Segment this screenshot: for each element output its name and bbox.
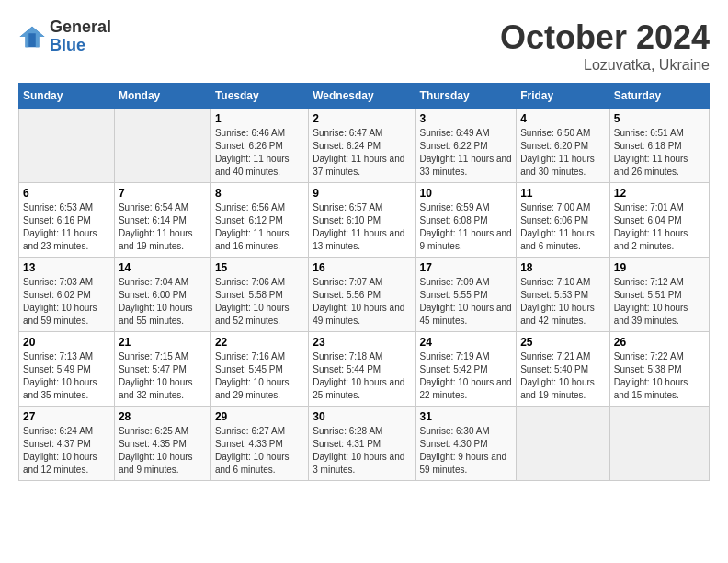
- day-info: Sunrise: 7:13 AMSunset: 5:49 PMDaylight:…: [23, 350, 110, 402]
- day-number: 5: [614, 112, 705, 125]
- logo-blue-text: Blue: [50, 37, 111, 55]
- calendar-week-5: 27Sunrise: 6:24 AMSunset: 4:37 PMDayligh…: [19, 407, 710, 481]
- calendar-cell: 19Sunrise: 7:12 AMSunset: 5:51 PMDayligh…: [609, 258, 709, 332]
- day-info: Sunrise: 6:46 AMSunset: 6:26 PMDaylight:…: [215, 127, 304, 178]
- day-info: Sunrise: 7:18 AMSunset: 5:44 PMDaylight:…: [313, 350, 411, 402]
- day-number: 18: [520, 261, 606, 274]
- calendar-cell: 31Sunrise: 6:30 AMSunset: 4:30 PMDayligh…: [415, 407, 517, 481]
- day-number: 22: [215, 336, 304, 349]
- day-number: 30: [313, 410, 411, 423]
- day-info: Sunrise: 7:10 AMSunset: 5:53 PMDaylight:…: [520, 276, 606, 327]
- day-info: Sunrise: 7:12 AMSunset: 5:51 PMDaylight:…: [614, 276, 705, 327]
- month-title: October 2024: [500, 18, 710, 57]
- calendar-cell: [517, 407, 610, 481]
- col-thursday: Thursday: [415, 84, 517, 109]
- day-info: Sunrise: 6:51 AMSunset: 6:18 PMDaylight:…: [614, 127, 705, 178]
- calendar-cell: [114, 109, 210, 183]
- calendar-body: 1Sunrise: 6:46 AMSunset: 6:26 PMDaylight…: [19, 109, 710, 481]
- day-info: Sunrise: 7:06 AMSunset: 5:58 PMDaylight:…: [215, 276, 304, 327]
- day-info: Sunrise: 6:53 AMSunset: 6:16 PMDaylight:…: [23, 201, 110, 253]
- calendar-cell: 3Sunrise: 6:49 AMSunset: 6:22 PMDaylight…: [415, 109, 517, 183]
- day-number: 2: [313, 112, 411, 125]
- calendar-cell: 8Sunrise: 6:56 AMSunset: 6:12 PMDaylight…: [210, 183, 308, 258]
- day-info: Sunrise: 6:27 AMSunset: 4:33 PMDaylight:…: [215, 425, 304, 477]
- day-number: 11: [520, 187, 606, 200]
- col-monday: Monday: [114, 84, 210, 109]
- day-number: 17: [420, 261, 513, 274]
- day-number: 19: [614, 261, 705, 274]
- day-number: 25: [520, 336, 606, 349]
- logo-general-text: General: [50, 18, 111, 37]
- calendar-cell: 10Sunrise: 6:59 AMSunset: 6:08 PMDayligh…: [415, 183, 517, 258]
- day-number: 8: [215, 187, 304, 200]
- day-info: Sunrise: 6:49 AMSunset: 6:22 PMDaylight:…: [420, 127, 513, 178]
- day-info: Sunrise: 6:24 AMSunset: 4:37 PMDaylight:…: [23, 425, 110, 477]
- calendar-week-1: 1Sunrise: 6:46 AMSunset: 6:26 PMDaylight…: [19, 109, 710, 183]
- calendar-cell: 12Sunrise: 7:01 AMSunset: 6:04 PMDayligh…: [609, 183, 709, 258]
- header-row: Sunday Monday Tuesday Wednesday Thursday…: [19, 84, 710, 109]
- day-info: Sunrise: 7:19 AMSunset: 5:42 PMDaylight:…: [420, 350, 513, 402]
- col-wednesday: Wednesday: [309, 84, 415, 109]
- day-info: Sunrise: 7:16 AMSunset: 5:45 PMDaylight:…: [215, 350, 304, 402]
- calendar-cell: [609, 407, 709, 481]
- day-number: 28: [119, 410, 207, 423]
- calendar-cell: 18Sunrise: 7:10 AMSunset: 5:53 PMDayligh…: [517, 258, 610, 332]
- logo: General Blue: [18, 18, 111, 55]
- day-info: Sunrise: 6:50 AMSunset: 6:20 PMDaylight:…: [520, 127, 606, 178]
- day-number: 12: [614, 187, 705, 200]
- calendar-cell: 27Sunrise: 6:24 AMSunset: 4:37 PMDayligh…: [19, 407, 115, 481]
- day-info: Sunrise: 7:09 AMSunset: 5:55 PMDaylight:…: [420, 276, 513, 327]
- calendar-cell: 25Sunrise: 7:21 AMSunset: 5:40 PMDayligh…: [517, 332, 610, 407]
- calendar-cell: 16Sunrise: 7:07 AMSunset: 5:56 PMDayligh…: [309, 258, 415, 332]
- location-text: Lozuvatka, Ukraine: [500, 57, 710, 74]
- calendar-cell: 15Sunrise: 7:06 AMSunset: 5:58 PMDayligh…: [210, 258, 308, 332]
- col-friday: Friday: [517, 84, 610, 109]
- day-number: 21: [119, 336, 207, 349]
- day-info: Sunrise: 7:03 AMSunset: 6:02 PMDaylight:…: [23, 276, 110, 327]
- day-info: Sunrise: 6:54 AMSunset: 6:14 PMDaylight:…: [119, 201, 207, 253]
- day-info: Sunrise: 7:00 AMSunset: 6:06 PMDaylight:…: [520, 201, 606, 253]
- page-header: General Blue October 2024 Lozuvatka, Ukr…: [18, 18, 710, 74]
- logo-text: General Blue: [50, 18, 111, 55]
- day-info: Sunrise: 7:07 AMSunset: 5:56 PMDaylight:…: [313, 276, 411, 327]
- calendar-week-3: 13Sunrise: 7:03 AMSunset: 6:02 PMDayligh…: [19, 258, 710, 332]
- day-number: 23: [313, 336, 411, 349]
- col-sunday: Sunday: [19, 84, 115, 109]
- calendar-week-4: 20Sunrise: 7:13 AMSunset: 5:49 PMDayligh…: [19, 332, 710, 407]
- calendar-cell: 28Sunrise: 6:25 AMSunset: 4:35 PMDayligh…: [114, 407, 210, 481]
- day-number: 26: [614, 336, 705, 349]
- calendar-cell: 21Sunrise: 7:15 AMSunset: 5:47 PMDayligh…: [114, 332, 210, 407]
- calendar-cell: 29Sunrise: 6:27 AMSunset: 4:33 PMDayligh…: [210, 407, 308, 481]
- day-number: 7: [119, 187, 207, 200]
- day-number: 20: [23, 336, 110, 349]
- day-info: Sunrise: 7:04 AMSunset: 6:00 PMDaylight:…: [119, 276, 207, 327]
- day-info: Sunrise: 6:59 AMSunset: 6:08 PMDaylight:…: [420, 201, 513, 253]
- day-info: Sunrise: 6:28 AMSunset: 4:31 PMDaylight:…: [313, 425, 411, 477]
- title-block: October 2024 Lozuvatka, Ukraine: [500, 18, 710, 74]
- day-number: 15: [215, 261, 304, 274]
- day-number: 24: [420, 336, 513, 349]
- calendar-cell: 24Sunrise: 7:19 AMSunset: 5:42 PMDayligh…: [415, 332, 517, 407]
- calendar-cell: 4Sunrise: 6:50 AMSunset: 6:20 PMDaylight…: [517, 109, 610, 183]
- day-number: 31: [420, 410, 513, 423]
- day-info: Sunrise: 7:21 AMSunset: 5:40 PMDaylight:…: [520, 350, 606, 402]
- day-number: 29: [215, 410, 304, 423]
- day-number: 14: [119, 261, 207, 274]
- calendar-cell: 23Sunrise: 7:18 AMSunset: 5:44 PMDayligh…: [309, 332, 415, 407]
- day-number: 4: [520, 112, 606, 125]
- col-saturday: Saturday: [609, 84, 709, 109]
- calendar-cell: 20Sunrise: 7:13 AMSunset: 5:49 PMDayligh…: [19, 332, 115, 407]
- calendar-cell: 7Sunrise: 6:54 AMSunset: 6:14 PMDaylight…: [114, 183, 210, 258]
- calendar-cell: 13Sunrise: 7:03 AMSunset: 6:02 PMDayligh…: [19, 258, 115, 332]
- calendar-cell: 11Sunrise: 7:00 AMSunset: 6:06 PMDayligh…: [517, 183, 610, 258]
- day-info: Sunrise: 7:15 AMSunset: 5:47 PMDaylight:…: [119, 350, 207, 402]
- calendar-header: Sunday Monday Tuesday Wednesday Thursday…: [19, 84, 710, 109]
- calendar-cell: 30Sunrise: 6:28 AMSunset: 4:31 PMDayligh…: [309, 407, 415, 481]
- day-info: Sunrise: 6:30 AMSunset: 4:30 PMDaylight:…: [420, 425, 513, 477]
- day-number: 3: [420, 112, 513, 125]
- day-number: 27: [23, 410, 110, 423]
- day-number: 1: [215, 112, 304, 125]
- day-info: Sunrise: 6:47 AMSunset: 6:24 PMDaylight:…: [313, 127, 411, 178]
- calendar-cell: 5Sunrise: 6:51 AMSunset: 6:18 PMDaylight…: [609, 109, 709, 183]
- calendar-cell: 2Sunrise: 6:47 AMSunset: 6:24 PMDaylight…: [309, 109, 415, 183]
